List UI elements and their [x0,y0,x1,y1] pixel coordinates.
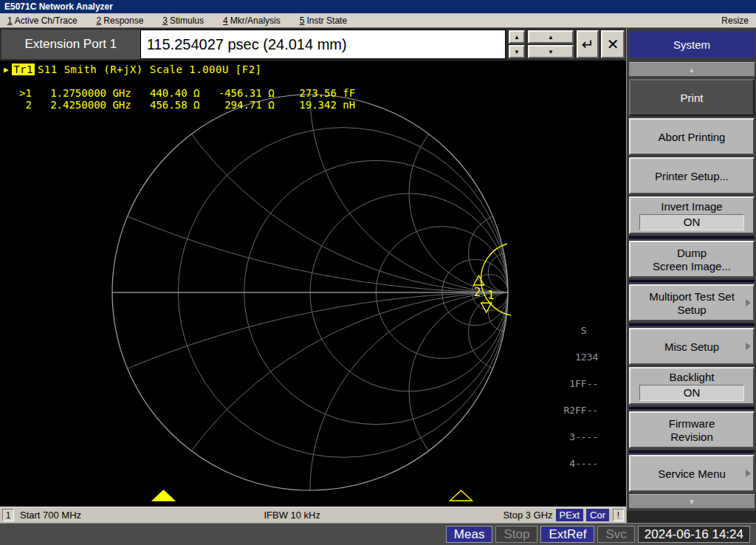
instrument-status-bar: Meas Stop ExtRef Svc 2024-06-16 14:24 [0,523,756,545]
softkey-label: Setup [677,304,706,316]
port-status-line: R2FF-- [563,406,610,415]
menu-bar: 1Active Ch/Trace 2Response 3Stimulus 4Mk… [0,13,756,28]
softkey-multiport-test-set-setup[interactable]: Multiport Test Set Setup [629,284,755,321]
scroll-down-icon: ▼ [688,498,695,506]
menu-label: Response [103,16,143,26]
submenu-arrow-icon [746,299,751,306]
channel-status-bar: 1 Start 700 MHz IFBW 10 kHz Stop 3 GHz P… [0,507,626,523]
ifbw-label: IFBW 10 kHz [81,510,503,521]
softkey-label: Dump [677,247,707,259]
softkey-label: Screen Image... [653,260,731,272]
spin-up-small-button[interactable]: ▲ [509,30,525,44]
svg-text:1: 1 [487,289,494,302]
alert-indicator[interactable]: ! [613,509,624,521]
menu-mkr-analysis[interactable]: 4Mkr/Analysis [223,16,281,26]
stop-frequency-label: Stop 3 GHz [503,510,552,521]
marker-frequency: 1.2750000 GHz [38,87,131,99]
softkey-scroll-up-button[interactable]: ▲ [629,62,755,77]
softkey-abort-printing[interactable]: Abort Printing [629,118,755,155]
marker-equivalent: 19.342 nH [281,99,355,111]
port-status-matrix: S 1234 1FF-- R2FF-- 3---- 4---- [563,309,610,486]
softkey-printer-setup[interactable]: Printer Setup... [629,157,755,194]
softkey-firmware-revision[interactable]: Firmware Revision [629,411,755,448]
softkey-scroll-down-button[interactable]: ▼ [629,494,755,509]
softkey-panel: System ▲ Print Abort Printing Printer Se… [626,28,756,523]
close-entry-button[interactable]: ✕ [601,30,625,58]
marker-frequency: 2.4250000 GHz [38,99,131,111]
softkey-panel-footer [627,511,756,523]
softkey-label: Service Menu [658,467,726,480]
entry-value-field[interactable]: 115.254027 psec (24.014 mm) [140,30,506,59]
port-extension-badge: PExt [556,509,583,521]
menu-response[interactable]: 2Response [97,16,144,26]
smith-chart-area: 12 ▶ Tr1 S11 Smith (R+jX) Scale 1.000U [… [0,61,626,507]
enter-button[interactable]: ↵ [577,30,599,58]
softkey-separator [629,407,755,409]
entry-bar: Extension Port 1 115.254027 psec (24.014… [0,28,626,61]
menu-active-ch-trace[interactable]: 1Active Ch/Trace [7,16,78,26]
softkey-separator [629,323,755,326]
port-status-line: 1FF-- [563,380,610,388]
datetime-display: 2024-06-16 14:24 [638,526,750,543]
port-status-line: 3---- [563,433,610,442]
softkey-print[interactable]: Print [629,79,755,116]
menu-accesskey: 2 [97,16,102,26]
softkey-menu-title: System [629,31,755,58]
marker-equivalent: 273.56 fF [281,87,355,99]
port-status-line: S [563,326,610,335]
softkey-label: Firmware [669,417,715,430]
softkey-label: Revision [670,431,713,443]
menu-label: Stimulus [170,16,204,26]
trace-status-line: ▶ Tr1 S11 Smith (R+jX) Scale 1.000U [F2] [4,64,262,75]
channel-number: 1 [2,509,14,521]
trace-name-badge[interactable]: Tr1 [12,64,35,75]
start-frequency-label: Start 700 MHz [20,510,81,521]
menu-label: Mkr/Analysis [230,16,281,26]
softkey-label: Invert Image [661,200,722,213]
meas-indicator: Meas [446,526,493,543]
marker-readout: >1 1.2750000 GHz 440.40 Ω -456.31 Ω 273.… [19,87,355,111]
marker-row: 2 2.4250000 GHz 456.58 Ω 294.71 Ω 19.342… [19,99,355,111]
window-title: E5071C Network Analyzer [0,0,756,13]
scroll-up-icon: ▲ [688,66,695,74]
smith-chart-svg: 12 [0,61,626,507]
softkey-separator [629,280,755,282]
display-area: Extension Port 1 115.254027 psec (24.014… [0,28,626,523]
marker-resistance: 440.40 Ω [137,87,199,99]
softkey-label: Abort Printing [659,131,726,143]
softkey-backlight[interactable]: Backlight ON [629,367,755,405]
menu-accesskey: 5 [300,16,305,26]
spin-down-small-button[interactable]: ▼ [509,45,525,58]
close-icon: ✕ [607,35,619,53]
toggle-state: ON [639,385,744,401]
toggle-state: ON [639,214,744,230]
menu-stimulus[interactable]: 3Stimulus [162,16,204,26]
submenu-arrow-icon [746,343,751,350]
resize-button[interactable]: Resize [721,16,749,26]
port-status-line: 4---- [563,459,610,468]
softkey-separator [629,450,755,453]
spin-up-large-button[interactable]: ▲ [528,30,574,44]
softkey-dump-screen-image[interactable]: Dump Screen Image... [629,241,755,278]
menu-accesskey: 3 [162,16,168,26]
menu-label: Active Ch/Trace [15,16,78,26]
submenu-arrow-icon [746,470,751,477]
extref-indicator: ExtRef [540,526,594,543]
svg-text:2: 2 [474,286,481,299]
softkey-label: Multiport Test Set [649,290,735,303]
menu-instr-state[interactable]: 5Instr State [300,16,347,26]
correction-badge: Cor [586,509,609,521]
softkey-label: Backlight [670,371,715,383]
spin-down-large-button[interactable]: ▼ [528,45,574,58]
entry-label: Extension Port 1 [1,30,140,59]
fine-spinner: ▲ ▼ [509,30,525,58]
menu-label: Instr State [306,16,347,26]
active-trace-icon: ▶ [4,65,9,75]
marker-id: 2 [19,99,32,111]
menu-accesskey: 4 [223,16,228,26]
marker-resistance: 456.58 Ω [137,99,199,111]
softkey-service-menu[interactable]: Service Menu [629,455,755,492]
softkey-invert-image[interactable]: Invert Image ON [629,196,755,234]
softkey-label: Printer Setup... [655,170,729,182]
softkey-misc-setup[interactable]: Misc Setup [629,328,755,365]
